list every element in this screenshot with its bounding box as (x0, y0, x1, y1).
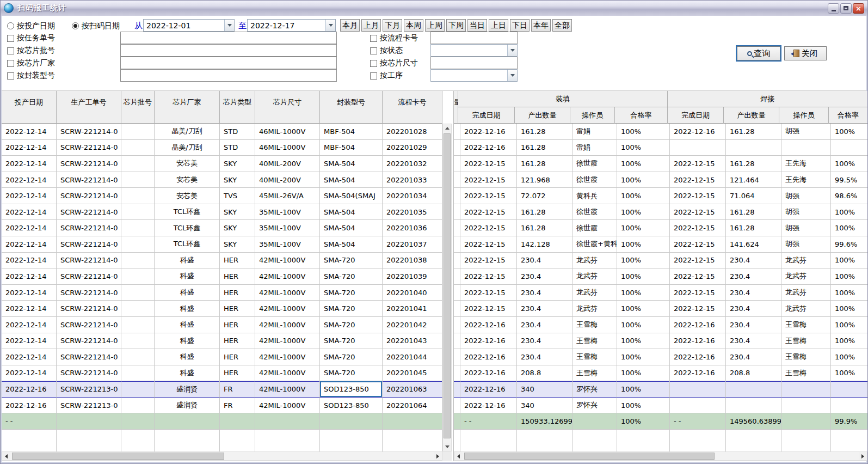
grid-cell[interactable]: 230.4 (517, 285, 572, 301)
grid-cell[interactable]: SCRW-221214-0 (57, 156, 121, 172)
sub-column-header-7[interactable]: 操作员 (779, 107, 829, 124)
grid-cell[interactable] (726, 398, 781, 414)
grid-cell[interactable]: 141.624 (726, 236, 781, 253)
grid-cell[interactable]: 盛润贤 (155, 398, 220, 414)
sub-column-header-2[interactable]: 产出数量 (515, 107, 570, 124)
grid-cell[interactable]: 雷娟 (572, 124, 617, 140)
grid-cell[interactable]: 安芯美 (155, 188, 220, 204)
grid-cell[interactable]: 2022-12-15 (670, 172, 726, 188)
grid-cell[interactable]: 2022-12-16 (670, 317, 726, 333)
grid-cell[interactable]: 46MIL-1000V (255, 124, 320, 140)
grid-cell[interactable] (831, 398, 867, 414)
column-header-5[interactable]: 芯片类型 (220, 91, 255, 124)
grid-cell[interactable] (670, 398, 726, 414)
grid-cell[interactable]: 35MIL-100V (255, 236, 320, 253)
table-row[interactable]: 2022-12-14SCRW-221214-0科盛HER42MIL-1000VS… (2, 301, 442, 317)
quick-date-button-11[interactable]: 全部 (552, 19, 572, 32)
grid-cell[interactable]: 胡强 (781, 188, 831, 204)
grid-cell[interactable]: 100% (831, 220, 867, 236)
scroll-right-icon[interactable] (859, 452, 867, 460)
grid-cell[interactable]: 142.128 (517, 236, 572, 253)
grid-cell[interactable]: 徐世霞 (572, 220, 617, 236)
grid-cell[interactable]: 202201041 (383, 301, 442, 317)
filter-text-input[interactable] (120, 32, 337, 44)
grid-cell[interactable]: 202201028 (383, 124, 442, 140)
grid-cell[interactable] (781, 140, 831, 156)
grid-cell[interactable] (121, 124, 155, 140)
grid-cell[interactable]: 71.064 (726, 188, 781, 204)
grid-cell[interactable]: SKY (220, 236, 255, 253)
filter-text-input[interactable] (430, 32, 518, 44)
grid-cell[interactable]: 王先海 (781, 156, 831, 172)
grid-cell[interactable]: 42MIL-1000V (255, 317, 320, 333)
grid-cell[interactable] (454, 236, 460, 253)
close-form-button[interactable]: 关闭 (784, 46, 827, 60)
grid-cell[interactable] (121, 140, 155, 156)
grid-cell[interactable]: 2022-12-16 (460, 381, 517, 398)
filter-text-input[interactable] (430, 57, 518, 69)
table-row[interactable]: 2022-12-15230.4龙武芬100%2022-12-15230.4龙武芬… (454, 253, 867, 269)
checkbox-按芯片厂家[interactable] (7, 60, 14, 67)
grid-cell[interactable] (831, 140, 867, 156)
horizontal-scrollbar-right[interactable] (454, 451, 867, 461)
grid-cell[interactable]: 230.4 (726, 333, 781, 350)
table-row[interactable]: 2022-12-14SCRW-221214-0TCL环鑫SKY35MIL-100… (2, 204, 442, 221)
table-row[interactable]: 2022-12-14SCRW-221214-0科盛HER42MIL-1000VS… (2, 268, 442, 285)
grid-cell[interactable]: 2022-12-14 (2, 140, 57, 156)
checkbox-按芯片批号[interactable] (7, 47, 14, 54)
grid-cell[interactable]: 98.6% (831, 188, 867, 204)
grid-cell[interactable]: 100% (831, 124, 867, 140)
grid-cell[interactable] (454, 204, 460, 221)
grid-cell[interactable]: 龙武芬 (781, 285, 831, 301)
grid-cell[interactable]: 2022-12-14 (2, 333, 57, 350)
grid-cell[interactable]: 2022-12-16 (460, 317, 517, 333)
grid-cell[interactable]: 2022-12-14 (2, 220, 57, 236)
table-row[interactable]: 2022-12-16SCRW-221213-0盛润贤FR42MIL-1000VS… (2, 398, 442, 414)
grid-cell[interactable]: 2022-12-15 (670, 236, 726, 253)
grid-cell[interactable]: SMA-504 (320, 172, 383, 188)
grid-cell[interactable]: 2022-12-15 (670, 285, 726, 301)
radio-scan-date[interactable] (72, 22, 79, 29)
quick-date-button-4[interactable]: 本周 (404, 19, 423, 32)
grid-cell[interactable]: 龙武芬 (572, 253, 617, 269)
grid-cell[interactable]: 100% (617, 236, 670, 253)
grid-cell[interactable]: 胡强 (781, 220, 831, 236)
grid-cell[interactable]: 202201038 (383, 253, 442, 269)
grid-cell[interactable]: 100% (831, 253, 867, 269)
partial-column-header[interactable]: 量 (454, 91, 458, 124)
grid-cell[interactable] (781, 381, 831, 398)
horizontal-scrollbar-left[interactable] (2, 451, 442, 461)
grid-cell[interactable] (121, 333, 155, 350)
grid-cell[interactable]: 100% (831, 349, 867, 365)
grid-cell[interactable]: 2022-12-15 (460, 220, 517, 236)
table-row[interactable]: 2022-12-15230.4龙武芬100%2022-12-15230.4龙武芬… (454, 268, 867, 285)
grid-cell[interactable] (781, 398, 831, 414)
grid-cell[interactable]: 42MIL-1000V (255, 381, 320, 398)
grid-cell[interactable]: SCRW-221214-0 (57, 172, 121, 188)
grid-cell[interactable]: 230.4 (517, 317, 572, 333)
column-header-6[interactable]: 芯片尺寸 (255, 91, 320, 124)
grid-cell[interactable]: 150933.12699 (517, 413, 572, 430)
table-row[interactable]: - - (2, 413, 442, 430)
grid-cell[interactable] (121, 381, 155, 398)
grid-cell[interactable]: 王雪梅 (781, 365, 831, 382)
grid-cell[interactable]: - - (460, 413, 517, 430)
checkbox-按流程卡号[interactable] (370, 35, 377, 42)
grid-cell[interactable] (454, 268, 460, 285)
grid-cell[interactable]: 王雪梅 (572, 317, 617, 333)
table-row[interactable]: 2022-12-14SCRW-221214-0安芯美SKY40MIL-200VS… (2, 156, 442, 172)
grid-cell[interactable]: 45MIL-26V/A (255, 188, 320, 204)
table-row[interactable]: 2022-12-1572.072黄科兵100%2022-12-1571.064胡… (454, 188, 867, 204)
column-header-2[interactable]: 生产工单号 (57, 91, 121, 124)
grid-cell[interactable] (121, 349, 155, 365)
table-row[interactable]: 2022-12-14SCRW-221214-0科盛HER42MIL-1000VS… (2, 333, 442, 350)
grid-cell[interactable]: SCRW-221213-0 (57, 398, 121, 414)
quick-date-button-7[interactable]: 当日 (467, 19, 487, 32)
sub-column-header-6[interactable]: 产出数量 (724, 107, 779, 124)
grid-cell[interactable] (454, 413, 460, 430)
grid-cell[interactable]: SMA-720 (320, 365, 383, 382)
grid-cell[interactable]: 35MIL-100V (255, 204, 320, 221)
grid-cell[interactable]: STD (220, 124, 255, 140)
table-row[interactable]: 2022-12-16161.28雷娟100%2022-12-16161.28胡强… (454, 124, 867, 140)
grid-cell[interactable] (454, 140, 460, 156)
